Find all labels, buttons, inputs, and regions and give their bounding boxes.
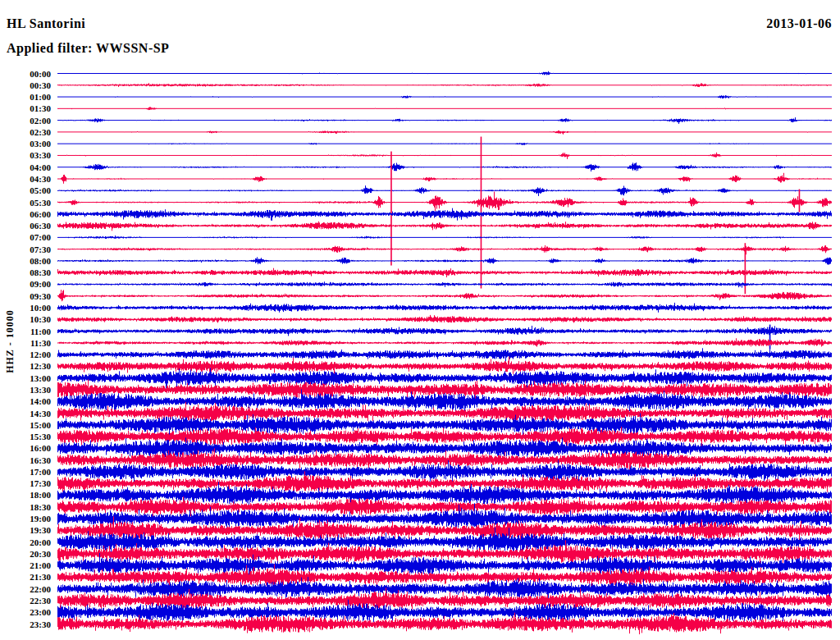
time-label: 17:00 xyxy=(0,467,51,477)
date-label: 2013-01-06 xyxy=(766,16,832,31)
time-label: 19:00 xyxy=(0,514,51,523)
time-label: 15:30 xyxy=(0,432,51,441)
time-label: 05:30 xyxy=(0,198,51,208)
time-label: 07:00 xyxy=(0,232,51,242)
time-label: 04:30 xyxy=(0,174,51,184)
time-label: 22:30 xyxy=(0,596,51,606)
time-label: 11:30 xyxy=(0,338,51,348)
time-label: 22:00 xyxy=(0,584,51,594)
helicorder-traces-canvas xyxy=(56,66,833,640)
helicorder-page: HL Santorini 2013-01-06 Applied filter: … xyxy=(0,0,840,640)
time-label: 00:30 xyxy=(0,80,51,90)
time-label: 13:30 xyxy=(0,385,51,395)
time-label: 20:00 xyxy=(0,537,51,547)
time-label: 18:00 xyxy=(0,490,51,500)
time-label: 21:00 xyxy=(0,560,51,570)
time-label: 14:30 xyxy=(0,409,51,418)
applied-filter-label: Applied filter: WWSSN-SP xyxy=(7,41,169,56)
time-label: 19:30 xyxy=(0,525,51,535)
time-label: 08:30 xyxy=(0,267,51,277)
time-label: 23:30 xyxy=(0,619,51,629)
time-label: 16:30 xyxy=(0,455,51,465)
time-label: 17:30 xyxy=(0,478,51,488)
time-label: 01:30 xyxy=(0,103,51,113)
time-label: 01:00 xyxy=(0,92,51,102)
time-label: 14:00 xyxy=(0,396,51,406)
time-label: 18:30 xyxy=(0,502,51,512)
time-label: 15:00 xyxy=(0,420,51,430)
time-label: 13:00 xyxy=(0,373,51,383)
time-label: 09:30 xyxy=(0,291,51,301)
time-label: 12:00 xyxy=(0,350,51,359)
time-label: 10:30 xyxy=(0,314,51,324)
time-label: 06:30 xyxy=(0,221,51,231)
time-label: 12:30 xyxy=(0,361,51,371)
time-label: 11:00 xyxy=(0,327,51,336)
time-label: 03:30 xyxy=(0,150,51,160)
time-label: 02:30 xyxy=(0,127,51,137)
station-title: HL Santorini xyxy=(7,16,85,31)
time-label: 08:00 xyxy=(0,256,51,266)
time-label: 16:00 xyxy=(0,443,51,453)
time-label: 03:00 xyxy=(0,139,51,149)
time-label: 10:00 xyxy=(0,303,51,313)
time-label: 21:30 xyxy=(0,572,51,582)
time-label: 04:00 xyxy=(0,162,51,172)
time-label: 06:00 xyxy=(0,209,51,219)
time-label: 05:00 xyxy=(0,185,51,195)
time-label: 07:30 xyxy=(0,245,51,254)
time-label: 02:00 xyxy=(0,116,51,126)
time-label: 09:00 xyxy=(0,279,51,289)
time-label: 23:00 xyxy=(0,607,51,617)
time-label: 20:30 xyxy=(0,549,51,559)
time-label: 00:00 xyxy=(0,69,51,79)
